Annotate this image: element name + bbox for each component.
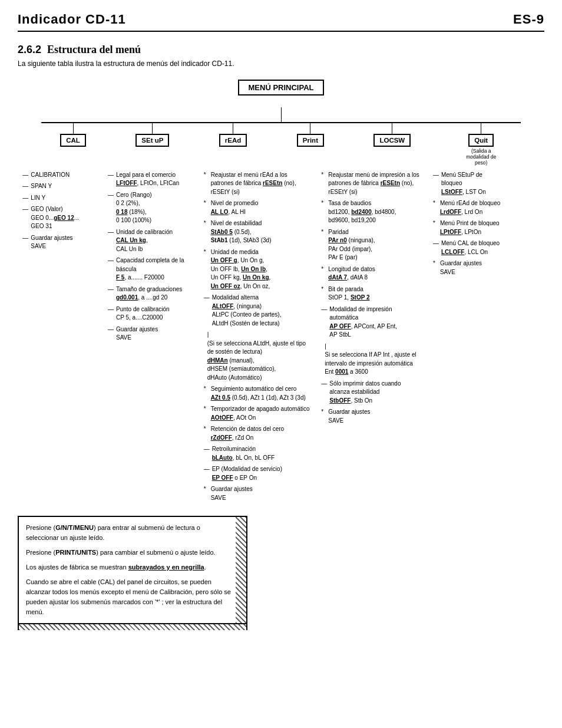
print-item-7: |Si se selecciona If AP Int , ajuste el … [321, 342, 422, 377]
read-item-5: Modalidad alternaALtOFF, (ninguna)ALtPC … [204, 294, 310, 328]
right-hatching [236, 517, 246, 623]
node-cal: CAL [60, 123, 86, 147]
setup-item-1: Legal para el comercioLFtOFF, LFtOn, LFt… [108, 171, 193, 188]
read-item-1: Reajustar el menú rEAd a los patrones de… [204, 171, 310, 197]
locsw-item-4: Menú CAL de bloqueoLCLOFF, LCL On [433, 239, 501, 256]
info-box: Presione (G/N/T/MENU) para entrar al sub… [18, 516, 247, 624]
locsw-item-1: Menú SEtuP de bloqueoLStOFF, LST On [433, 171, 501, 197]
cal-item-1: CALIBRATION [22, 171, 97, 180]
print-item-2: Tasa de baudiosbd1200, bd2400, bd4800,bd… [321, 199, 422, 225]
quit-box: Quit [468, 134, 494, 147]
print-item-9: Guardar ajustesSAVE [321, 408, 422, 425]
read-item-6: |(Si se selecciona ALtdH, ajuste el tipo… [204, 331, 310, 382]
setup-box: SEt uP [135, 134, 169, 147]
locsw-item-5: Guardar ajustesSAVE [433, 259, 501, 276]
print-box: Print [297, 134, 324, 147]
setup-item-2: Cero (Rango)0 2 (2%),0 18 (18%),0 100 (1… [108, 191, 193, 225]
node-quit: Quit (Salida a modalidad de peso) [461, 123, 502, 166]
cal-item-4: GEO (Valor)GEO 0...gEO 12...GEO 31 [22, 205, 97, 231]
setup-item-7: Guardar ajustesSAVE [108, 325, 193, 342]
setup-column: Legal para el comercioLFtOFF, LFtOn, LFt… [107, 171, 194, 345]
print-item-6: Modalidad de impresión automáticaAP OFF,… [321, 305, 422, 340]
read-item-11: EP (Modalidad de servicio)EP OFF o EP On [204, 465, 310, 482]
node-read: rEAd [219, 123, 247, 147]
info-line-4: Cuando se abre el cable (CAL) del panel … [26, 577, 232, 617]
header-title-left: Indicador CD-11 [18, 12, 126, 27]
read-item-3: Nivel de estabilidadStAb0 5 (0.5d),StAb1… [204, 219, 310, 245]
read-item-7: Seguimiento automático del ceroAZt 0.5 (… [204, 385, 310, 402]
setup-item-4: Capacidad completa de la básculaF 5, a..… [108, 256, 193, 282]
print-column: Reajustar menú de impresión a los patron… [320, 171, 423, 429]
main-menu-container: MENÚ PRINCIPAL [18, 80, 544, 95]
cal-item-5: Guardar ajustesSAVE [22, 234, 97, 251]
locsw-box: LOCSW [373, 134, 411, 147]
quit-subnote: (Salida a modalidad de peso) [461, 148, 502, 166]
print-item-5: Bit de paradaStOP 1, StOP 2 [321, 285, 422, 302]
read-column: Reajustar el menú rEAd a los patrones de… [203, 171, 312, 506]
info-line-3: Los ajustes de fábrica se muestran subra… [26, 562, 232, 572]
info-box-container: Presione (G/N/T/MENU) para entrar al sub… [18, 516, 247, 630]
setup-item-5: Tamaño de graduacionesgd0.001, a ....gd … [108, 285, 193, 302]
setup-item-6: Punto de calibraciónCP 5, a....C20000 [108, 305, 193, 322]
print-item-1: Reajustar menú de impresión a los patron… [321, 171, 422, 197]
section-title: 2.6.2 Estructura del menú [18, 44, 544, 56]
print-item-8: Sólo imprimir datos cuando alcanza estab… [321, 380, 422, 406]
node-setup: SEt uP [135, 123, 169, 147]
locsw-item-3: Menú Print de bloqueoLPtOFF, LPtOn [433, 219, 501, 236]
setup-item-3: Unidad de calibraciónCAL Un kg,CAL Un lb [108, 228, 193, 254]
header: Indicador CD-11 ES-9 [18, 12, 544, 32]
locsw-item-2: Menú rEAd de bloqueoLrdOFF, Lrd On [433, 199, 501, 216]
node-print: Print [297, 123, 324, 147]
header-title-right: ES-9 [513, 12, 544, 27]
cal-item-3: LIN Y [22, 194, 97, 203]
main-menu-box: MENÚ PRINCIPAL [238, 80, 325, 95]
cal-item-2: SPAN Y [22, 182, 97, 191]
print-item-4: Longitud de datosdAtA 7, dAtA 8 [321, 265, 422, 282]
menu-tree: MENÚ PRINCIPAL CAL SEt uP [18, 80, 544, 630]
read-item-2: Nivel de promedioAL LO, AL HI [204, 199, 310, 216]
locsw-column: Menú SEtuP de bloqueoLStOFF, LST On Menú… [432, 171, 503, 280]
bottom-hatching [18, 624, 247, 630]
cal-column: CALIBRATION SPAN Y LIN Y GEO (Valor)GEO … [21, 171, 98, 254]
cal-box: CAL [60, 134, 86, 147]
page: Indicador CD-11 ES-9 2.6.2 Estructura de… [0, 0, 562, 728]
read-item-10: RetroiluminaciónbLAuto, bL On, bL OFF [204, 445, 310, 462]
read-item-12: Guardar ajustesSAVE [204, 485, 310, 502]
read-item-9: Retención de datos del cerorZdOFF, rZd O… [204, 425, 310, 442]
read-box: rEAd [219, 134, 247, 147]
section-description: La siguiente tabla ilustra la estructura… [18, 60, 544, 68]
read-item-4: Unidad de medidaUn OFF g, Un On g,Un OFF… [204, 248, 310, 291]
node-locsw: LOCSW [373, 123, 411, 147]
read-item-8: Temporizador de apagado automáticoAOtOFF… [204, 405, 310, 422]
print-item-3: ParidadPAr n0 (ninguna),PAr Odd (impar),… [321, 228, 422, 262]
info-line-2: Presione (PRINT/UNITS) para cambiar el s… [26, 548, 232, 558]
info-line-1: Presione (G/N/T/MENU) para entrar al sub… [26, 523, 232, 543]
